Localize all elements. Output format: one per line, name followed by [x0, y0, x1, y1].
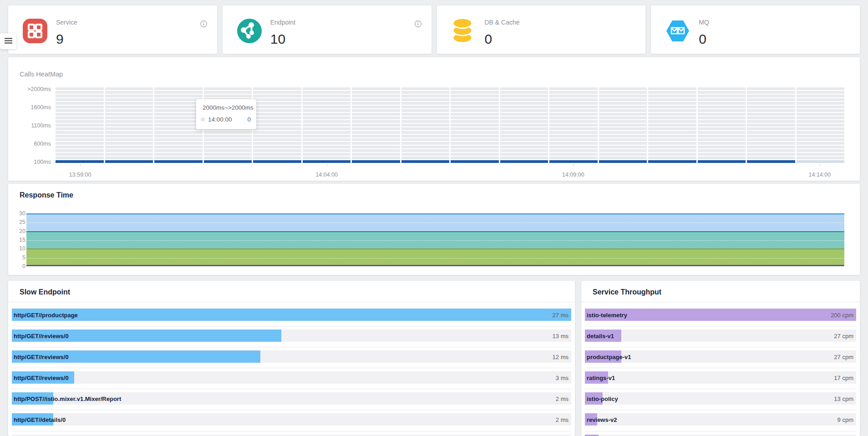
heatmap-tooltip: 2000ms~>2000ms 14:00:00 0: [196, 99, 256, 129]
heatmap-cell: [500, 149, 548, 152]
info-icon[interactable]: [200, 20, 207, 27]
heatmap-cell: [154, 120, 203, 123]
heatmap-cell: [549, 102, 598, 105]
heatmap-cell: [549, 95, 598, 97]
heatmap-cell: [549, 146, 598, 148]
heatmap-cell: [648, 157, 696, 159]
stat-card-endpoint: Endpoint10: [223, 5, 431, 54]
heatmap-cell: [698, 153, 746, 156]
divider: [581, 302, 860, 302]
response-time-chart[interactable]: [26, 213, 844, 266]
stat-card-label: Service: [56, 19, 77, 26]
heatmap-cell: [401, 149, 450, 152]
menu-button[interactable]: [0, 33, 16, 49]
heatmap-x-axis-label: 13:59:00: [55, 171, 105, 178]
heatmap-cell: [648, 131, 696, 134]
heatmap-cell: [451, 113, 499, 116]
tooltip-title: 2000ms~>2000ms: [203, 104, 254, 111]
heatmap-cell: [154, 142, 203, 145]
heatmap-cell: [56, 142, 104, 145]
heatmap-cell: [352, 106, 400, 108]
heatmap-cell: [698, 124, 746, 127]
response-time-panel: Response Time 302520151050: [8, 184, 860, 275]
divider: [12, 389, 571, 389]
divider: [585, 431, 856, 431]
heatmap-cell: [599, 124, 647, 127]
bar-value: 2 ms: [556, 395, 569, 402]
stat-card-db-cache: DB & Cache0: [437, 5, 646, 54]
heatmap-cell: [500, 135, 548, 137]
heatmap-grid[interactable]: [56, 87, 844, 163]
heatmap-cell: [352, 91, 400, 94]
info-icon[interactable]: [415, 20, 421, 27]
heatmap-cell: [253, 135, 301, 137]
heatmap-cell: [747, 127, 795, 130]
heatmap-cell: [797, 113, 845, 116]
heatmap-cell: [797, 102, 845, 105]
heatmap-cell: [500, 109, 548, 112]
bar-value: 9 cpm: [838, 416, 853, 423]
heatmap-cell: [648, 142, 696, 145]
heatmap-cell: [698, 87, 746, 90]
heatmap-y-axis-label: 1600ms: [8, 104, 51, 111]
heatmap-cell: [105, 160, 153, 163]
heatmap-cell: [204, 135, 252, 137]
heatmap-cell: [253, 117, 301, 119]
heatmap-cell: [154, 102, 203, 105]
heatmap-cell: [451, 160, 499, 163]
heatmap-cell: [303, 117, 351, 119]
heatmap-cell: [401, 153, 450, 156]
heatmap-cell: [500, 87, 548, 90]
bar-label: istio-policy: [587, 395, 618, 402]
heatmap-cell: [747, 91, 795, 94]
divider: [585, 389, 856, 389]
stat-card-value: 9: [56, 32, 64, 46]
bar-label: reviews-v2: [587, 416, 617, 423]
heatmap-cell: [698, 102, 746, 105]
heatmap-cell: [253, 95, 301, 97]
heatmap-cell: [204, 138, 252, 141]
heatmap-cell: [599, 102, 647, 105]
bar-label: http/GET//details/0: [14, 416, 66, 423]
heatmap-cell: [451, 127, 499, 130]
heatmap-cell: [698, 146, 746, 148]
heatmap-cell: [352, 135, 400, 137]
heatmap-cell: [401, 124, 450, 127]
heatmap-cell: [500, 106, 548, 108]
heatmap-cell: [797, 124, 845, 127]
heatmap-x-axis-label: 14:04:00: [302, 171, 352, 178]
bar-list-row: istio-telemetry200 cpm: [585, 309, 856, 321]
heatmap-cell: [698, 135, 746, 137]
heatmap-cell: [253, 120, 301, 123]
response-time-band: [26, 213, 844, 231]
heatmap-cell: [303, 127, 351, 130]
heatmap-cell: [204, 142, 252, 145]
heatmap-cell: [56, 98, 104, 101]
bar-list-row: http/GET//reviews/03 ms: [12, 371, 571, 384]
bar-label: http/POST//istio.mixer.v1.Mixer/Report: [14, 395, 121, 402]
heatmap-cell: [500, 157, 548, 159]
heatmap-cell: [500, 124, 548, 127]
heatmap-cell: [549, 149, 598, 152]
heatmap-cell: [303, 131, 351, 134]
heatmap-cell: [747, 109, 795, 112]
divider: [585, 347, 856, 347]
heatmap-cell: [698, 109, 746, 112]
heatmap-cell: [648, 135, 696, 137]
bar-list-row: http/GET//reviews/012 ms: [12, 350, 571, 363]
heatmap-cell: [401, 109, 450, 112]
heatmap-cell: [599, 91, 647, 94]
heatmap-cell: [56, 138, 104, 141]
bar-value: 12 ms: [553, 353, 569, 360]
heatmap-cell: [599, 98, 647, 101]
endpoint-topology-icon: [236, 18, 263, 44]
heatmap-cell: [204, 87, 252, 90]
bar-label: details-v1: [587, 332, 614, 339]
divider: [585, 410, 856, 410]
heatmap-cell: [797, 153, 845, 156]
bar-list-row: http/POST//istio.mixer.v1.Mixer/Report2 …: [12, 392, 571, 405]
heatmap-cell: [500, 113, 548, 116]
heatmap-cell: [303, 149, 351, 152]
heatmap-cell: [401, 135, 450, 137]
heatmap-cell: [797, 160, 845, 163]
